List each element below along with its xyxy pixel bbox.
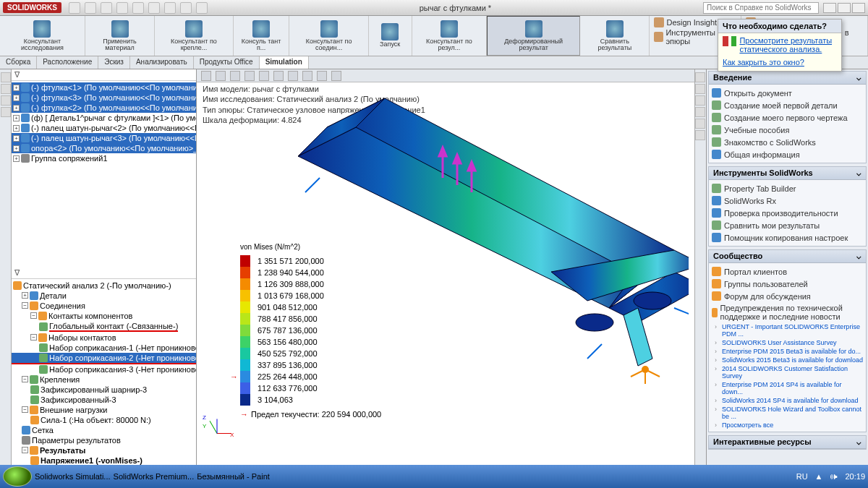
taskpane-tab-icon[interactable] <box>695 130 705 140</box>
strip-icon[interactable] <box>1 72 11 82</box>
tree-item[interactable]: +(ф) [ Деталь1^рычаг с фтулками ]<1> (По… <box>12 113 196 123</box>
taskpane-item[interactable]: Открыть документ <box>712 87 863 99</box>
study-root[interactable]: Статический анализ 2 (-По умолчанию-) <box>12 281 196 291</box>
tree-contact-set[interactable]: Набор соприкасания-3 (-Нет проникновения… <box>12 363 196 374</box>
news-link[interactable]: SOLIDWORKS User Assistance Survey <box>712 338 863 347</box>
taskpane-item[interactable]: Знакомство с SolidWorks <box>712 136 863 148</box>
taskpane-item[interactable]: Property Tab Builder <box>712 182 863 194</box>
tree-item[interactable]: +Группа сопряжений1 <box>12 153 196 163</box>
loads-advisor-button[interactable]: Консуль тант п... <box>234 16 290 56</box>
qat-rebuild-icon[interactable] <box>180 2 192 14</box>
tree-fixture[interactable]: Зафиксированный-3 <box>12 395 196 405</box>
taskpane-tab-icon[interactable] <box>695 95 705 106</box>
tree-item[interactable]: +опора<2> (По умолчанию<<По умолчанию>_С… <box>12 143 196 153</box>
tab-office[interactable]: Продукты Office <box>194 56 260 69</box>
panel-header[interactable]: Сообщество⌵ <box>709 250 866 263</box>
tree-result-options[interactable]: Параметры результатов <box>12 435 196 445</box>
tab-layout[interactable]: Расположение <box>37 56 98 69</box>
tree-item[interactable]: +(-) фтулка<3> (По умолчанию<<По умолчан… <box>12 93 196 103</box>
tree-force[interactable]: Сила-1 (:На объект: 80000 N:) <box>12 415 196 425</box>
tray-lang[interactable]: RU <box>796 472 808 481</box>
strip-icon[interactable] <box>1 95 11 106</box>
taskbar-item[interactable]: Безымянный - Paint <box>197 472 270 481</box>
news-link[interactable]: SolidWorks 2015 Beta3 is available for d… <box>712 356 863 364</box>
panel-header[interactable]: Инструменты SolidWorks⌵ <box>709 167 866 180</box>
panel-header[interactable]: Введение⌵ <box>709 72 866 85</box>
tree-filter[interactable]: ∇ <box>12 69 196 81</box>
taskpane-item[interactable]: Учебные пособия <box>712 124 863 136</box>
help-search-input[interactable] <box>703 2 819 14</box>
qat-options-icon[interactable] <box>196 2 208 14</box>
tree-connections[interactable]: −Соединения <box>12 301 196 311</box>
tree-results[interactable]: −Результаты <box>12 445 196 455</box>
taskpane-tab-icon[interactable] <box>695 84 705 94</box>
start-button[interactable] <box>3 466 32 487</box>
qat-new-icon[interactable] <box>69 2 80 14</box>
tree-stress-plot[interactable]: Напряжение1 (-vonMises-) <box>12 455 196 466</box>
tree-contact-set[interactable]: Набор соприкасания-1 (-Нет проникновения… <box>12 343 196 353</box>
news-link[interactable]: 2014 SOLIDWORKS Customer Satisfaction Su… <box>712 364 863 380</box>
tree-contact-set-selected[interactable]: Набор соприкасания-2 (-Нет проникновения… <box>12 353 196 363</box>
taskpane-tab-icon[interactable] <box>695 72 705 82</box>
taskpane-item[interactable]: Форум для обсуждения <box>712 290 863 302</box>
taskpane-item[interactable]: Проверка производительности <box>712 207 863 219</box>
close-button[interactable] <box>852 3 865 13</box>
tray-icon[interactable]: 🕪 <box>830 472 838 481</box>
tree-filter[interactable]: ∇ <box>12 267 196 279</box>
tab-evaluate[interactable]: Анализировать <box>130 56 194 69</box>
news-more[interactable]: Просмотреть все <box>712 421 863 429</box>
maximize-button[interactable] <box>838 3 851 13</box>
taskpane-item[interactable]: Сравнить мои результаты <box>712 219 863 231</box>
news-link[interactable]: URGENT - Important SOLIDWORKS Enterprise… <box>712 322 863 338</box>
tree-contact-sets[interactable]: −Наборы контактов <box>12 333 196 343</box>
qat-undo-icon[interactable] <box>132 2 144 14</box>
qat-print-icon[interactable] <box>116 2 128 14</box>
tree-parts[interactable]: +Детали <box>12 291 196 301</box>
tree-item[interactable]: +(-) фтулка<2> (По умолчанию<<По умолчан… <box>12 103 196 113</box>
tree-component-contacts[interactable]: −Контакты компонентов <box>12 311 196 321</box>
deformed-result-button[interactable]: Деформированный результат <box>487 16 580 56</box>
apply-material-button[interactable]: Применить материал <box>85 16 155 56</box>
taskbar-item[interactable]: Solidworks Simulati... <box>35 472 111 481</box>
news-link[interactable]: SOLIDWORKS Hole Wizard and Toolbox canno… <box>712 405 863 421</box>
results-advisor-button[interactable]: Консультант по резул... <box>412 16 487 56</box>
news-link[interactable]: Enterprise PDM 2014 SP4 is available for… <box>712 380 863 396</box>
tree-fixture[interactable]: Зафиксированный шарнир-3 <box>12 385 196 395</box>
tree-loads[interactable]: −Внешние нагрузки <box>12 405 196 415</box>
study-advisor-button[interactable]: Консультант исследования <box>0 16 85 56</box>
tree-global-contact[interactable]: Глобальный контакт (-Связанные-) <box>12 321 196 333</box>
news-link[interactable]: Enterprise PDM 2015 Beta3 is available f… <box>712 347 863 356</box>
strip-icon[interactable] <box>1 107 11 117</box>
news-link[interactable]: SolidWorks 2014 SP4 is available for dow… <box>712 396 863 405</box>
qat-save-icon[interactable] <box>101 2 112 14</box>
qat-redo-icon[interactable] <box>148 2 160 14</box>
connections-advisor-button[interactable]: Консультант по соедин... <box>289 16 368 56</box>
tree-mesh[interactable]: Сетка <box>12 425 196 435</box>
taskpane-item[interactable]: Группы пользователей <box>712 278 863 290</box>
tab-assembly[interactable]: Сборка <box>0 56 37 69</box>
panel-header[interactable]: Интерактивные ресурсы⌵ <box>709 436 866 449</box>
tree-item[interactable]: +(-) фтулка<1> (По умолчанию<<По умолчан… <box>12 82 196 93</box>
strip-icon[interactable] <box>1 84 11 94</box>
qat-select-icon[interactable] <box>164 2 176 14</box>
tab-sketch[interactable]: Эскиз <box>98 56 130 69</box>
graphics-viewport[interactable]: Имя модели: рычаг с фтулкамиИмя исследов… <box>197 69 694 465</box>
taskpane-item[interactable]: Общая информация <box>712 148 863 160</box>
tray-clock[interactable]: 20:19 <box>845 472 865 481</box>
taskpane-tab-icon[interactable] <box>695 119 705 129</box>
fixtures-advisor-button[interactable]: Консультант по крепле... <box>155 16 234 56</box>
minimize-button[interactable] <box>823 3 836 13</box>
tab-simulation[interactable]: Simulation <box>260 56 309 69</box>
taskpane-item[interactable]: Помощник копирования настроек <box>712 231 863 244</box>
taskbar-item[interactable]: SolidWorks Premium... <box>114 472 195 481</box>
tree-item[interactable]: +(-) палец шатун-рычаг<2> (По умолчанию<… <box>12 123 196 133</box>
taskpane-item[interactable]: Создание моего первого чертежа <box>712 111 863 124</box>
tooltip-close-link[interactable]: Как закрыть это окно? <box>723 58 804 67</box>
run-button[interactable]: Запуск <box>369 16 412 56</box>
taskpane-tab-icon[interactable] <box>695 107 705 117</box>
qat-open-icon[interactable] <box>85 2 96 14</box>
taskpane-item[interactable]: Создание моей первой детали <box>712 99 863 111</box>
taskpane-item[interactable]: Портал клиентов <box>712 265 863 278</box>
compare-results-button[interactable]: Сравнить результаты <box>580 16 650 56</box>
tree-fixtures[interactable]: −Крепления <box>12 374 196 385</box>
